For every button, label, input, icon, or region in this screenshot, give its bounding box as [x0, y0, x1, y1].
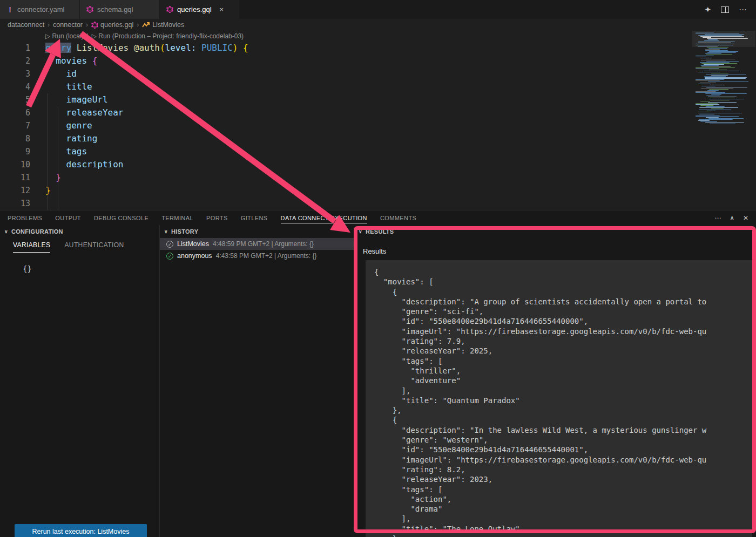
- panel-tab-data-connect-execution[interactable]: DATA CONNECT EXECUTION: [281, 212, 367, 223]
- minimap-line: [704, 64, 724, 65]
- history-row-ListMovies[interactable]: ✓ListMovies4:48:59 PM GMT+2 | Arguments:…: [160, 238, 354, 250]
- code-editor[interactable]: ▷ Run (local) | ▷ Run (Production – Proj…: [0, 31, 756, 210]
- minimap-line: [708, 48, 727, 49]
- panel-tab-debug-console[interactable]: DEBUG CONSOLE: [94, 212, 148, 223]
- minimap[interactable]: [692, 31, 755, 129]
- minimap-line: [706, 96, 720, 96]
- ellipsis-icon[interactable]: ⋯: [714, 214, 721, 222]
- configuration-header[interactable]: ∨ CONFIGURATION: [0, 225, 159, 238]
- minimap-line: [708, 97, 737, 97]
- tab-label: queries.gql: [177, 5, 212, 13]
- minimap-line: [696, 116, 739, 117]
- editor-tab-connector-yaml[interactable]: !connector.yaml: [0, 0, 80, 19]
- breadcrumb-item-connector[interactable]: connector: [53, 21, 83, 29]
- line-number: 5: [0, 93, 30, 106]
- code-line-12[interactable]: 12}: [0, 184, 756, 197]
- minimap-slider[interactable]: [692, 31, 755, 47]
- minimap-line: [696, 92, 725, 93]
- code-token: id: [66, 69, 77, 79]
- minimap-line: [705, 50, 728, 51]
- code-line-1[interactable]: 1query ListMovies @auth(level: PUBLIC) {: [0, 42, 756, 55]
- minimap-line: [707, 52, 736, 53]
- panel-tab-ports[interactable]: PORTS: [206, 212, 228, 223]
- minimap-line: [696, 79, 724, 80]
- chevron-up-icon[interactable]: ∧: [730, 214, 734, 222]
- minimap-line: [706, 87, 747, 87]
- ellipsis-icon[interactable]: ⋯: [739, 5, 747, 15]
- code-token: [238, 43, 243, 53]
- line-number: 13: [0, 197, 30, 210]
- split-editor-icon[interactable]: [721, 6, 729, 13]
- sparkle-icon[interactable]: ✦: [704, 5, 711, 15]
- results-title: RESULTS: [366, 228, 394, 235]
- code-line-11[interactable]: 11 }: [0, 171, 756, 184]
- code-line-4[interactable]: 4 title: [0, 80, 756, 93]
- line-number: 11: [0, 171, 30, 184]
- code-line-13[interactable]: 13: [0, 197, 756, 210]
- line-number: 2: [0, 55, 30, 67]
- code-token: [45, 107, 66, 118]
- code-token: (: [160, 43, 165, 53]
- tab-label: schema.gql: [97, 5, 133, 13]
- editor-tab-queries-gql[interactable]: queries.gql×: [160, 0, 240, 19]
- breadcrumb-separator: ›: [48, 21, 50, 29]
- code-token: rating: [66, 133, 98, 144]
- status-check-icon: ✓: [166, 241, 173, 248]
- minimap-line: [705, 78, 746, 79]
- minimap-line: [705, 53, 721, 54]
- rerun-button[interactable]: Rerun last execution: ListMovies: [15, 524, 147, 537]
- minimap-line: [711, 73, 728, 73]
- minimap-line: [700, 58, 712, 58]
- panel-tab-problems[interactable]: PROBLEMS: [8, 212, 42, 223]
- line-number: 7: [0, 119, 30, 132]
- panel-tab-terminal[interactable]: TERMINAL: [161, 212, 193, 223]
- code-line-7[interactable]: 7 genre: [0, 119, 756, 132]
- code-token: releaseYear: [66, 107, 124, 118]
- code-line-2[interactable]: 2 movies {: [0, 55, 756, 67]
- code-token: [45, 56, 56, 66]
- results-json-viewer[interactable]: { "movies": [ { "description": "A group …: [366, 260, 752, 537]
- panel-tab-comments[interactable]: COMMENTS: [380, 212, 416, 223]
- code-line-10[interactable]: 10 description: [0, 158, 756, 171]
- breadcrumb-item-queries-gql[interactable]: queries.gql: [91, 21, 133, 29]
- history-name: anonymous: [177, 252, 212, 260]
- line-number: 4: [0, 80, 30, 93]
- breadcrumb-label: connector: [53, 21, 83, 29]
- code-token: [45, 159, 66, 169]
- panel-tab-output[interactable]: OUTPUT: [55, 212, 81, 223]
- code-line-3[interactable]: 3 id: [0, 67, 756, 80]
- code-token: [45, 81, 66, 92]
- history-row-anonymous[interactable]: ✓anonymous4:43:58 PM GMT+2 | Arguments: …: [160, 250, 354, 262]
- run-local-link[interactable]: ▷ Run (local): [45, 32, 84, 40]
- code-token: [45, 69, 66, 79]
- close-tab-icon[interactable]: ×: [220, 5, 224, 13]
- run-production-link[interactable]: ▷ Run (Production – Project: friendly-fl…: [92, 32, 244, 40]
- minimap-line: [699, 107, 738, 108]
- minimap-line: [701, 86, 716, 86]
- code-line-5[interactable]: 5 imageUrl: [0, 93, 756, 106]
- status-check-icon: ✓: [166, 253, 173, 260]
- breadcrumb-item-dataconnect[interactable]: dataconnect: [8, 21, 44, 29]
- results-header[interactable]: ∨ RESULTS: [354, 225, 756, 238]
- editor-tab-schema-gql[interactable]: schema.gql: [80, 0, 160, 19]
- history-header[interactable]: ∨ HISTORY: [160, 225, 354, 238]
- code-line-6[interactable]: 6 releaseYear: [0, 106, 756, 119]
- line-number: 9: [0, 145, 30, 158]
- code-token: title: [66, 81, 92, 92]
- config-tab-variables[interactable]: VARIABLES: [13, 241, 50, 253]
- line-number: 6: [0, 106, 30, 119]
- breadcrumb-item-ListMovies[interactable]: ListMovies: [142, 21, 184, 29]
- code-line-8[interactable]: 8 rating: [0, 132, 756, 145]
- minimap-line: [699, 110, 731, 110]
- config-tab-authentication[interactable]: AUTHENTICATION: [64, 241, 124, 253]
- chevron-down-icon: ∨: [164, 229, 168, 234]
- code-token: PUBLIC: [201, 43, 233, 53]
- vscode-window: !connector.yamlschema.gqlqueries.gql× ✦ …: [0, 0, 756, 537]
- code-token: [45, 133, 66, 144]
- panel-tab-gitlens[interactable]: GITLENS: [241, 212, 268, 223]
- minimap-line: [705, 93, 747, 94]
- variables-editor[interactable]: {}: [23, 264, 159, 273]
- close-icon[interactable]: ✕: [743, 214, 748, 222]
- minimap-line: [701, 66, 731, 67]
- code-line-9[interactable]: 9 tags: [0, 145, 756, 158]
